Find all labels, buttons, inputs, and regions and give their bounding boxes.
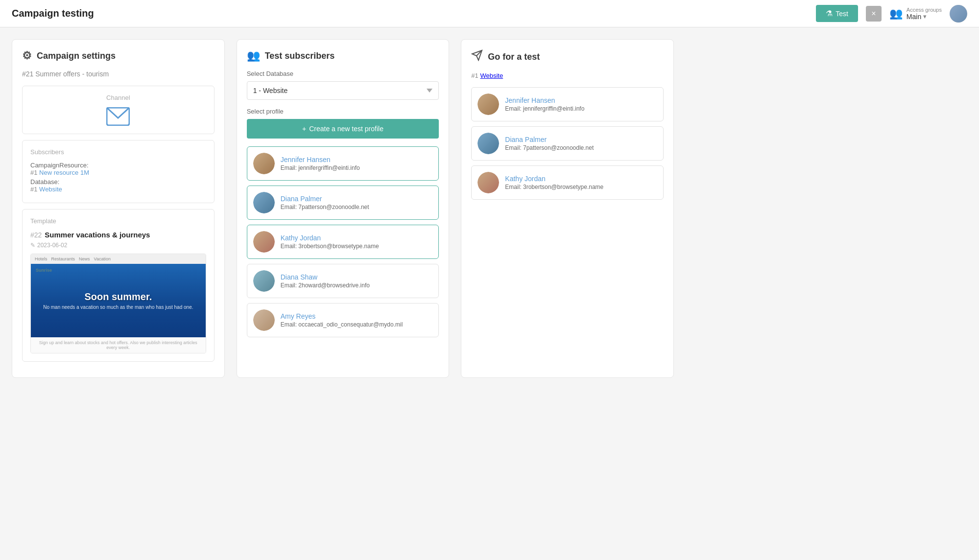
people-icon: 👥 bbox=[889, 7, 903, 20]
subscriber-card[interactable]: Jennifer Hansen Email: jennifergriffin@e… bbox=[247, 146, 439, 181]
nav-hotels: Hotels bbox=[35, 257, 48, 261]
flask-icon: ⚗ bbox=[826, 9, 833, 18]
access-group: 👥 Access groups Main ▾ bbox=[889, 7, 942, 21]
nav-vacation: Vacation bbox=[94, 257, 111, 261]
subscriber-name: Amy Reyes bbox=[281, 312, 403, 320]
template-footer: Sign up and learn about stocks and hot o… bbox=[31, 337, 206, 353]
go-for-test-header: Go for a test bbox=[471, 49, 664, 64]
subscriber-info: Kathy Jordan Email: 3robertson@browsetyp… bbox=[281, 234, 379, 250]
database-label: Database: bbox=[30, 178, 59, 186]
campaign-settings-header: ⚙ Campaign settings bbox=[22, 49, 215, 62]
database-link[interactable]: Website bbox=[39, 186, 62, 193]
preview-nav: Hotels Restaurants News Vacation bbox=[35, 257, 111, 261]
go-subscriber-name: Diana Palmer bbox=[505, 136, 594, 143]
edit-icon: ✎ bbox=[30, 242, 35, 249]
nav-restaurants: Restaurants bbox=[51, 257, 75, 261]
select-profile-label: Select profile bbox=[247, 108, 439, 115]
subscriber-name: Kathy Jordan bbox=[281, 234, 379, 242]
test-subscribers-panel: 👥 Test subscribers Select Database 1 - W… bbox=[237, 39, 450, 378]
subscriber-card[interactable]: Diana Palmer Email: 7patterson@zoonoodle… bbox=[247, 186, 439, 220]
access-group-info: Access groups Main ▾ bbox=[907, 7, 942, 21]
resource-link[interactable]: New resource 1M bbox=[39, 169, 89, 176]
subscriber-info: Amy Reyes Email: occaecati_odio_consequa… bbox=[281, 312, 403, 328]
subscriber-name: Jennifer Hansen bbox=[281, 156, 360, 163]
send-icon bbox=[471, 49, 483, 64]
subscriber-avatar bbox=[253, 153, 275, 174]
template-date: 2023-06-02 bbox=[37, 242, 67, 249]
template-preview: Hotels Restaurants News Vacation Sunrise… bbox=[30, 254, 206, 353]
template-panel: Template #22 Summer vacations & journeys… bbox=[22, 209, 215, 362]
close-button[interactable]: × bbox=[866, 6, 882, 22]
go-subscriber-card: Jennifer Hansen Email: jennifergriffin@e… bbox=[471, 87, 664, 121]
go-subscriber-avatar bbox=[478, 93, 499, 115]
subscriber-info: Diana Shaw Email: 2howard@browsedrive.in… bbox=[281, 273, 370, 289]
go-subscriber-avatar bbox=[478, 133, 499, 154]
subscribers-panel: Subscribers CampaignResource: #1 New res… bbox=[22, 140, 215, 203]
access-main-value: Main bbox=[907, 13, 921, 21]
subscribers-label: Subscribers bbox=[30, 148, 206, 156]
go-test-subscriber-list: Jennifer Hansen Email: jennifergriffin@e… bbox=[471, 87, 664, 200]
create-profile-button[interactable]: + Create a new test profile bbox=[247, 119, 439, 139]
template-date-row: ✎ 2023-06-02 bbox=[30, 242, 206, 249]
template-num: #22 bbox=[30, 231, 42, 239]
test-subscribers-header: 👥 Test subscribers bbox=[247, 49, 439, 62]
subscriber-email: Email: 7patterson@zoonoodle.net bbox=[281, 204, 369, 210]
database-row: Database: #1 Website bbox=[30, 178, 206, 193]
campaign-settings-panel: ⚙ Campaign settings #21 Summer offers - … bbox=[12, 39, 225, 378]
campaign-id: #21 bbox=[22, 70, 33, 78]
create-profile-label: Create a new test profile bbox=[309, 125, 383, 133]
go-for-test-panel: Go for a test #1 Website Jennifer Hansen… bbox=[461, 39, 674, 378]
subscriber-email: Email: 2howard@browsedrive.info bbox=[281, 282, 370, 289]
resource-row: CampaignResource: #1 New resource 1M bbox=[30, 162, 206, 176]
subscriber-avatar bbox=[253, 231, 275, 253]
page-title: Campaign testing bbox=[12, 8, 94, 19]
header-right: ⚗ Test × 👥 Access groups Main ▾ bbox=[816, 5, 967, 23]
soon-summer-text: Soon summer. bbox=[38, 291, 198, 303]
preview-bar: Hotels Restaurants News Vacation bbox=[31, 254, 206, 264]
subscriber-info: Diana Palmer Email: 7patterson@zoonoodle… bbox=[281, 195, 369, 210]
channel-label: Channel bbox=[30, 94, 206, 101]
channel-panel: Channel bbox=[22, 86, 215, 134]
access-groups-label: Access groups bbox=[907, 7, 942, 13]
go-subscriber-info: Jennifer Hansen Email: jennifergriffin@e… bbox=[505, 96, 584, 112]
go-test-db-link[interactable]: Website bbox=[480, 72, 503, 79]
email-icon bbox=[30, 107, 206, 126]
avatar[interactable] bbox=[950, 5, 967, 23]
database-id: #1 bbox=[30, 186, 37, 193]
campaign-settings-title: Campaign settings bbox=[37, 51, 116, 61]
subscriber-avatar bbox=[253, 309, 275, 331]
subscriber-card[interactable]: Amy Reyes Email: occaecati_odio_consequa… bbox=[247, 303, 439, 337]
main-content: ⚙ Campaign settings #21 Summer offers - … bbox=[0, 27, 686, 390]
subscribers-icon: 👥 bbox=[247, 49, 260, 62]
test-button[interactable]: ⚗ Test bbox=[816, 5, 858, 22]
go-test-db-id: #1 bbox=[471, 72, 478, 79]
nav-news: News bbox=[79, 257, 90, 261]
subscriber-email: Email: jennifergriffin@einti.info bbox=[281, 164, 360, 171]
template-label: Template bbox=[30, 217, 206, 225]
select-database-label: Select Database bbox=[247, 70, 439, 77]
header: Campaign testing ⚗ Test × 👥 Access group… bbox=[0, 0, 979, 27]
subscriber-name: Diana Palmer bbox=[281, 195, 369, 203]
subscriber-card[interactable]: Diana Shaw Email: 2howard@browsedrive.in… bbox=[247, 264, 439, 298]
plus-icon: + bbox=[302, 125, 306, 133]
resource-id: #1 bbox=[30, 169, 37, 176]
go-test-database: #1 Website bbox=[471, 72, 664, 79]
subscriber-avatar bbox=[253, 270, 275, 292]
campaign-link[interactable]: #21 Summer offers - tourism bbox=[22, 70, 215, 78]
subscriber-email: Email: occaecati_odio_consequatur@mydo.m… bbox=[281, 321, 403, 328]
go-subscriber-email: Email: jennifergriffin@einti.info bbox=[505, 105, 584, 112]
subscriber-card[interactable]: Kathy Jordan Email: 3robertson@browsetyp… bbox=[247, 225, 439, 259]
go-subscriber-card: Kathy Jordan Email: 3robertson@browsetyp… bbox=[471, 165, 664, 200]
template-name: Summer vacations & journeys bbox=[45, 231, 150, 239]
database-select[interactable]: 1 - Website bbox=[247, 81, 439, 100]
access-dropdown-button[interactable]: ▾ bbox=[923, 13, 927, 20]
avatar-image bbox=[950, 5, 967, 23]
campaign-name: Summer offers - tourism bbox=[35, 70, 109, 78]
go-subscriber-avatar bbox=[478, 172, 499, 193]
subscriber-list: Jennifer Hansen Email: jennifergriffin@e… bbox=[247, 146, 439, 337]
template-header-row: #22 Summer vacations & journeys bbox=[30, 231, 206, 239]
resource-label: CampaignResource: bbox=[30, 162, 89, 169]
go-subscriber-email: Email: 7patterson@zoonoodle.net bbox=[505, 144, 594, 151]
soon-summer-sub: No man needs a vacation so much as the m… bbox=[38, 304, 198, 310]
go-subscriber-info: Diana Palmer Email: 7patterson@zoonoodle… bbox=[505, 136, 594, 151]
